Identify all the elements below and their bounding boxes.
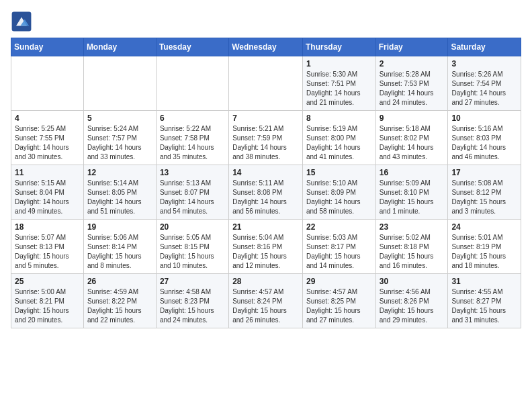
day-number: 3	[451, 59, 517, 68]
day-info: Sunrise: 4:59 AM Sunset: 8:22 PM Dayligh…	[87, 287, 152, 325]
day-number: 6	[160, 113, 225, 123]
day-info: Sunrise: 5:21 AM Sunset: 7:59 PM Dayligh…	[232, 124, 299, 162]
calendar-cell: 21Sunrise: 5:04 AM Sunset: 8:16 PM Dayli…	[229, 220, 303, 274]
weekday-header-thursday: Thursday	[302, 38, 375, 56]
weekday-header-monday: Monday	[83, 38, 156, 56]
day-number: 16	[380, 168, 445, 177]
calendar-cell: 13Sunrise: 5:13 AM Sunset: 8:07 PM Dayli…	[156, 165, 228, 220]
calendar-cell: 17Sunrise: 5:08 AM Sunset: 8:12 PM Dayli…	[448, 165, 521, 220]
day-number: 21	[232, 222, 299, 232]
day-number: 12	[87, 168, 152, 177]
calendar-cell: 18Sunrise: 5:07 AM Sunset: 8:13 PM Dayli…	[11, 220, 84, 274]
day-number: 18	[15, 222, 80, 232]
day-info: Sunrise: 5:14 AM Sunset: 8:05 PM Dayligh…	[87, 179, 152, 216]
day-number: 22	[306, 222, 372, 232]
day-info: Sunrise: 5:28 AM Sunset: 7:53 PM Dayligh…	[380, 70, 445, 107]
day-info: Sunrise: 5:13 AM Sunset: 8:07 PM Dayligh…	[160, 179, 225, 216]
day-number: 30	[380, 277, 445, 286]
calendar-cell: 6Sunrise: 5:22 AM Sunset: 7:58 PM Daylig…	[156, 111, 228, 165]
day-number: 8	[306, 113, 372, 123]
day-info: Sunrise: 5:18 AM Sunset: 8:02 PM Dayligh…	[380, 124, 445, 162]
day-number: 10	[451, 113, 517, 123]
day-info: Sunrise: 5:19 AM Sunset: 8:00 PM Dayligh…	[306, 124, 372, 162]
day-number: 25	[15, 277, 80, 286]
logo-icon	[11, 11, 32, 32]
day-info: Sunrise: 5:10 AM Sunset: 8:09 PM Dayligh…	[306, 179, 372, 216]
day-info: Sunrise: 5:08 AM Sunset: 8:12 PM Dayligh…	[451, 179, 517, 216]
calendar-cell: 23Sunrise: 5:02 AM Sunset: 8:18 PM Dayli…	[375, 220, 448, 274]
calendar-cell: 9Sunrise: 5:18 AM Sunset: 8:02 PM Daylig…	[375, 111, 448, 165]
day-info: Sunrise: 5:24 AM Sunset: 7:57 PM Dayligh…	[87, 124, 152, 162]
day-info: Sunrise: 5:07 AM Sunset: 8:13 PM Dayligh…	[15, 233, 80, 271]
calendar-cell: 27Sunrise: 4:58 AM Sunset: 8:23 PM Dayli…	[156, 274, 228, 328]
calendar-cell	[11, 56, 84, 111]
day-info: Sunrise: 4:57 AM Sunset: 8:25 PM Dayligh…	[306, 287, 372, 325]
day-info: Sunrise: 5:00 AM Sunset: 8:21 PM Dayligh…	[15, 287, 80, 325]
calendar-cell: 1Sunrise: 5:30 AM Sunset: 7:51 PM Daylig…	[302, 56, 375, 111]
day-info: Sunrise: 5:30 AM Sunset: 7:51 PM Dayligh…	[306, 70, 372, 107]
calendar-cell: 20Sunrise: 5:05 AM Sunset: 8:15 PM Dayli…	[156, 220, 228, 274]
day-number: 13	[160, 168, 225, 177]
page-header	[11, 11, 521, 32]
calendar-cell: 19Sunrise: 5:06 AM Sunset: 8:14 PM Dayli…	[83, 220, 156, 274]
day-number: 23	[380, 222, 445, 232]
day-info: Sunrise: 5:22 AM Sunset: 7:58 PM Dayligh…	[160, 124, 225, 162]
day-number: 17	[451, 168, 517, 177]
day-info: Sunrise: 4:56 AM Sunset: 8:26 PM Dayligh…	[380, 287, 445, 325]
day-info: Sunrise: 5:02 AM Sunset: 8:18 PM Dayligh…	[380, 233, 445, 271]
calendar-cell: 29Sunrise: 4:57 AM Sunset: 8:25 PM Dayli…	[302, 274, 375, 328]
day-number: 14	[232, 168, 299, 177]
calendar-header: SundayMondayTuesdayWednesdayThursdayFrid…	[11, 38, 521, 56]
day-number: 19	[87, 222, 152, 232]
day-info: Sunrise: 5:06 AM Sunset: 8:14 PM Dayligh…	[87, 233, 152, 271]
calendar-cell: 26Sunrise: 4:59 AM Sunset: 8:22 PM Dayli…	[83, 274, 156, 328]
day-info: Sunrise: 5:15 AM Sunset: 8:04 PM Dayligh…	[15, 179, 80, 216]
calendar-cell: 12Sunrise: 5:14 AM Sunset: 8:05 PM Dayli…	[83, 165, 156, 220]
calendar-cell: 4Sunrise: 5:25 AM Sunset: 7:55 PM Daylig…	[11, 111, 84, 165]
calendar-cell: 7Sunrise: 5:21 AM Sunset: 7:59 PM Daylig…	[229, 111, 303, 165]
day-info: Sunrise: 4:55 AM Sunset: 8:27 PM Dayligh…	[451, 287, 517, 325]
calendar-cell	[156, 56, 228, 111]
calendar-cell: 24Sunrise: 5:01 AM Sunset: 8:19 PM Dayli…	[448, 220, 521, 274]
logo	[11, 11, 35, 32]
day-number: 24	[451, 222, 517, 232]
calendar-week-4: 18Sunrise: 5:07 AM Sunset: 8:13 PM Dayli…	[11, 220, 521, 274]
weekday-header-row: SundayMondayTuesdayWednesdayThursdayFrid…	[11, 38, 521, 56]
calendar-cell	[229, 56, 303, 111]
calendar-body: 1Sunrise: 5:30 AM Sunset: 7:51 PM Daylig…	[11, 56, 521, 328]
calendar-cell: 11Sunrise: 5:15 AM Sunset: 8:04 PM Dayli…	[11, 165, 84, 220]
calendar-cell: 25Sunrise: 5:00 AM Sunset: 8:21 PM Dayli…	[11, 274, 84, 328]
calendar-cell: 3Sunrise: 5:26 AM Sunset: 7:54 PM Daylig…	[448, 56, 521, 111]
day-number: 7	[232, 113, 299, 123]
calendar-week-5: 25Sunrise: 5:00 AM Sunset: 8:21 PM Dayli…	[11, 274, 521, 328]
weekday-header-sunday: Sunday	[11, 38, 84, 56]
weekday-header-wednesday: Wednesday	[229, 38, 303, 56]
day-number: 1	[306, 59, 372, 68]
day-info: Sunrise: 4:57 AM Sunset: 8:24 PM Dayligh…	[232, 287, 299, 325]
day-info: Sunrise: 5:04 AM Sunset: 8:16 PM Dayligh…	[232, 233, 299, 271]
day-number: 31	[451, 277, 517, 286]
calendar-cell: 16Sunrise: 5:09 AM Sunset: 8:10 PM Dayli…	[375, 165, 448, 220]
day-number: 9	[380, 113, 445, 123]
calendar-cell: 30Sunrise: 4:56 AM Sunset: 8:26 PM Dayli…	[375, 274, 448, 328]
day-info: Sunrise: 5:25 AM Sunset: 7:55 PM Dayligh…	[15, 124, 80, 162]
calendar-cell: 31Sunrise: 4:55 AM Sunset: 8:27 PM Dayli…	[448, 274, 521, 328]
day-info: Sunrise: 5:03 AM Sunset: 8:17 PM Dayligh…	[306, 233, 372, 271]
day-info: Sunrise: 5:26 AM Sunset: 7:54 PM Dayligh…	[451, 70, 517, 107]
day-number: 28	[232, 277, 299, 286]
calendar-cell: 15Sunrise: 5:10 AM Sunset: 8:09 PM Dayli…	[302, 165, 375, 220]
weekday-header-tuesday: Tuesday	[156, 38, 228, 56]
calendar-cell: 14Sunrise: 5:11 AM Sunset: 8:08 PM Dayli…	[229, 165, 303, 220]
weekday-header-saturday: Saturday	[448, 38, 521, 56]
calendar-table: SundayMondayTuesdayWednesdayThursdayFrid…	[11, 38, 521, 328]
calendar-week-2: 4Sunrise: 5:25 AM Sunset: 7:55 PM Daylig…	[11, 111, 521, 165]
day-number: 4	[15, 113, 80, 123]
calendar-cell: 8Sunrise: 5:19 AM Sunset: 8:00 PM Daylig…	[302, 111, 375, 165]
day-info: Sunrise: 5:11 AM Sunset: 8:08 PM Dayligh…	[232, 179, 299, 216]
weekday-header-friday: Friday	[375, 38, 448, 56]
day-info: Sunrise: 5:05 AM Sunset: 8:15 PM Dayligh…	[160, 233, 225, 271]
calendar-cell: 22Sunrise: 5:03 AM Sunset: 8:17 PM Dayli…	[302, 220, 375, 274]
day-number: 29	[306, 277, 372, 286]
day-number: 27	[160, 277, 225, 286]
day-number: 2	[380, 59, 445, 68]
